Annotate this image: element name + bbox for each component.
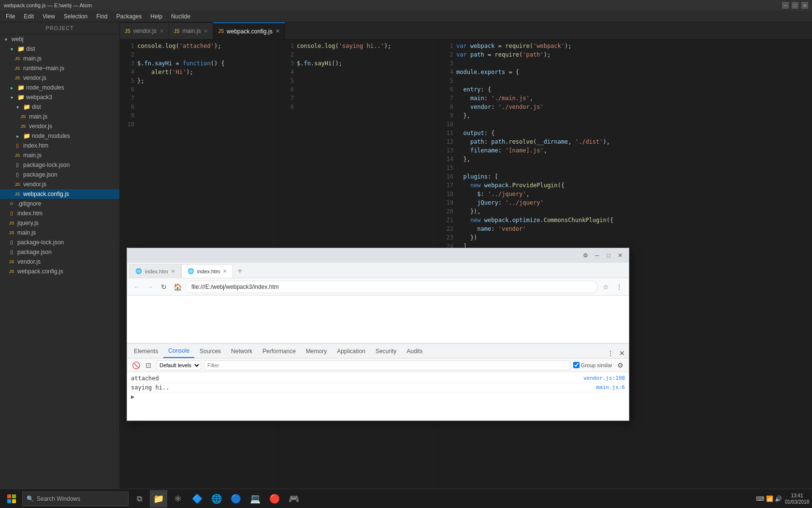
- taskbar-app6-button[interactable]: 💻: [246, 490, 264, 508]
- forward-button[interactable]: →: [145, 281, 156, 293]
- browser-tab-close-1[interactable]: ✕: [223, 269, 227, 274]
- devtools-tab-application[interactable]: Application: [332, 344, 370, 358]
- js-icon: JS: [174, 29, 180, 34]
- sidebar-item-webpack-config[interactable]: JS webpack.config.js: [0, 189, 119, 199]
- menu-bar: File Edit View Selection Find Packages H…: [0, 11, 812, 22]
- devtools-filter-toggle[interactable]: ⊡: [144, 360, 153, 370]
- menu-selection[interactable]: Selection: [60, 12, 91, 21]
- taskbar-browser-button[interactable]: 🌐: [208, 490, 225, 508]
- tab-close-icon[interactable]: ✕: [203, 28, 208, 34]
- sidebar-item-main-js-root[interactable]: JS main.js: [0, 228, 119, 238]
- devtools-close-button[interactable]: ✕: [617, 348, 627, 358]
- address-bar[interactable]: [185, 281, 598, 293]
- console-link-1[interactable]: main.js:6: [596, 384, 625, 391]
- taskbar-app8-button[interactable]: 🎮: [285, 490, 303, 508]
- console-link-0[interactable]: vendor.js:198: [583, 375, 625, 382]
- tab-close-icon[interactable]: ✕: [276, 28, 280, 34]
- back-button[interactable]: ←: [131, 281, 143, 293]
- menu-packages[interactable]: Packages: [113, 12, 146, 21]
- devtools-tab-sources[interactable]: Sources: [195, 344, 226, 358]
- devtools-more-button[interactable]: ⋮: [606, 348, 615, 358]
- search-label: Search Windows: [37, 495, 80, 502]
- browser-close-button[interactable]: ✕: [615, 251, 625, 260]
- browser-settings-icon[interactable]: ⚙: [580, 251, 590, 260]
- window-controls[interactable]: ─ □ ✕: [782, 2, 808, 9]
- console-text-1: saying hi..: [131, 384, 169, 391]
- tab-vendor-js[interactable]: JS vendor.js ✕: [120, 22, 169, 39]
- sidebar-item-dist[interactable]: ▾ 📁 dist: [0, 44, 119, 54]
- sidebar-item-vendor-js-3[interactable]: JS vendor.js: [0, 179, 119, 189]
- sidebar-item-package-json[interactable]: {} package.json: [0, 170, 119, 179]
- reload-button[interactable]: ↻: [158, 281, 170, 293]
- browser-window-controls[interactable]: ⚙ ─ □ ✕: [580, 251, 625, 260]
- sidebar-item-package-lock[interactable]: {} package-lock.json: [0, 160, 119, 170]
- sidebar-item-node-modules-2[interactable]: ▸ 📁 node_modules: [0, 131, 119, 141]
- devtools-tab-elements[interactable]: Elements: [129, 344, 163, 358]
- tab-main-js[interactable]: JS main.js ✕: [169, 22, 214, 39]
- new-tab-button[interactable]: +: [233, 264, 246, 278]
- sidebar-item-index-htm[interactable]: {} index.htm: [0, 141, 119, 150]
- menu-find[interactable]: Find: [92, 12, 111, 21]
- tab-webpack-config[interactable]: JS webpack.config.js ✕: [213, 22, 285, 39]
- devtools-tab-security[interactable]: Security: [371, 344, 401, 358]
- sidebar-item-vendor-js-2[interactable]: JS vendor.js: [0, 121, 119, 131]
- home-button[interactable]: 🏠: [172, 281, 183, 293]
- menu-file[interactable]: File: [2, 12, 19, 21]
- minimize-button[interactable]: ─: [782, 2, 789, 9]
- devtools-tab-performance[interactable]: Performance: [258, 344, 301, 358]
- taskbar-chrome-button[interactable]: 🔴: [266, 490, 283, 508]
- taskbar-app3-button[interactable]: 🔷: [188, 490, 206, 508]
- sidebar-item-node-modules[interactable]: ▸ 📁 node_modules: [0, 83, 119, 92]
- maximize-button[interactable]: □: [792, 2, 798, 9]
- sidebar-item-dist2[interactable]: ▾ 📁 dist: [0, 102, 119, 112]
- menu-nuclide[interactable]: Nuclide: [167, 12, 194, 21]
- devtools-settings-icon[interactable]: ⚙: [615, 360, 625, 370]
- sidebar-item-label: node_modules: [32, 133, 70, 139]
- devtools-clear-button[interactable]: 🚫: [131, 360, 141, 370]
- tab-close-icon[interactable]: ✕: [160, 28, 164, 34]
- menu-edit[interactable]: Edit: [20, 12, 38, 21]
- sidebar-item-webpack3[interactable]: ▾ 📁 webpack3: [0, 92, 119, 102]
- devtools-tab-console[interactable]: Console: [163, 344, 194, 358]
- sidebar-item-vendor-js-root[interactable]: JS vendor.js: [0, 257, 119, 267]
- console-line-1: saying hi.. main.js:6: [131, 383, 625, 392]
- sidebar-item-vendor-js-1[interactable]: JS vendor.js: [0, 73, 119, 83]
- sidebar-item-gitignore[interactable]: ⊙ .gitignore: [0, 199, 119, 209]
- console-filter-input[interactable]: [204, 360, 570, 370]
- sidebar-item-package-json-root[interactable]: {} package.json: [0, 247, 119, 257]
- log-level-select[interactable]: Default levels: [156, 360, 201, 370]
- bookmark-icon[interactable]: ☆: [600, 281, 611, 293]
- browser-tab-close-0[interactable]: ✕: [171, 269, 175, 274]
- browser-tab-1[interactable]: 🌐 index.htm ✕: [181, 264, 233, 278]
- browser-minimize-button[interactable]: ─: [592, 251, 602, 260]
- start-button[interactable]: [3, 490, 20, 508]
- sidebar-item-runtime-main-js[interactable]: JS runtime~main.js: [0, 63, 119, 73]
- group-similar-label[interactable]: Group similar: [573, 362, 612, 368]
- taskbar-explorer-button[interactable]: 📁: [150, 490, 167, 508]
- close-button[interactable]: ✕: [801, 2, 808, 9]
- sidebar-item-index-htm-root[interactable]: {} index.htm: [0, 209, 119, 218]
- devtools-tab-network[interactable]: Network: [226, 344, 257, 358]
- task-view-button[interactable]: ⧉: [130, 490, 148, 508]
- sidebar-item-webj[interactable]: ▾ webj: [0, 34, 119, 44]
- search-box[interactable]: 🔍 Search Windows: [22, 492, 129, 506]
- taskbar-app5-button[interactable]: 🔵: [227, 490, 245, 508]
- sidebar-item-main-js-2[interactable]: JS main.js: [0, 112, 119, 121]
- group-similar-checkbox[interactable]: [573, 362, 580, 368]
- taskbar-atom-button[interactable]: ⚛: [169, 490, 187, 508]
- menu-help[interactable]: Help: [146, 12, 166, 21]
- sidebar-item-label: webj: [12, 36, 24, 43]
- sidebar-item-main-js-1[interactable]: JS main.js: [0, 54, 119, 63]
- devtools-tab-audits[interactable]: Audits: [402, 344, 427, 358]
- sidebar-item-main-js-3[interactable]: JS main.js: [0, 150, 119, 160]
- windows-logo-icon: [7, 494, 16, 503]
- browser-content: [127, 296, 629, 343]
- devtools-tab-memory[interactable]: Memory: [301, 344, 332, 358]
- sidebar-item-jquery-js[interactable]: JS jquery.js: [0, 218, 119, 228]
- browser-menu-icon[interactable]: ⋮: [613, 281, 625, 293]
- browser-maximize-button[interactable]: □: [604, 251, 613, 260]
- menu-view[interactable]: View: [39, 12, 59, 21]
- sidebar-item-package-lock-root[interactable]: {} package-lock.json: [0, 238, 119, 247]
- sidebar-item-webpack-config-root[interactable]: JS webpack.config.js: [0, 267, 119, 276]
- browser-tab-0[interactable]: 🌐 index.htm ✕: [129, 264, 181, 278]
